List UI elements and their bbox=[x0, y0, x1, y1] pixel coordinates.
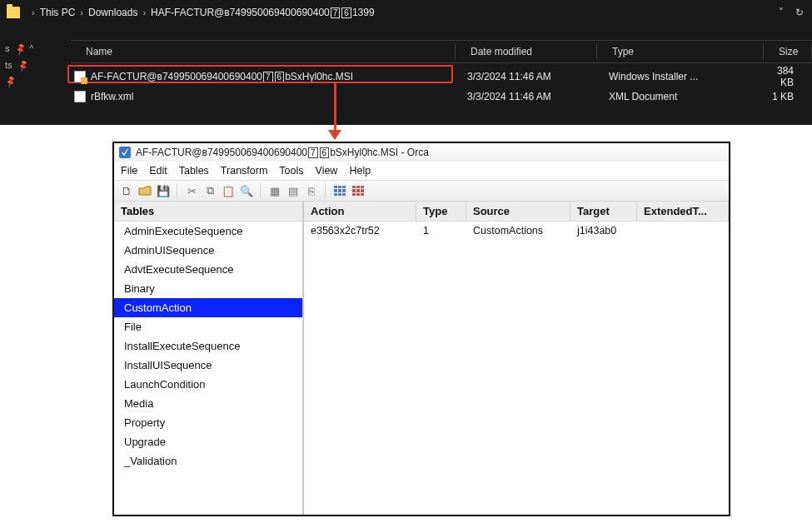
table-item[interactable]: AdminExecuteSequence bbox=[114, 222, 302, 241]
column-date[interactable]: Date modified bbox=[456, 41, 597, 62]
table-item[interactable]: Property bbox=[114, 413, 302, 432]
window-title: AF-FACTUR@в74995006940069040076bSxHyl0hc… bbox=[136, 147, 429, 158]
column-headers: Name Date modified Type Size bbox=[71, 40, 812, 63]
file-row[interactable]: AF-FACTUR@в74995006940069040076bSxHyl0hc… bbox=[71, 67, 804, 87]
new-row-icon[interactable]: ▤ bbox=[286, 183, 301, 198]
tables-pane: Tables AdminExecuteSequenceAdminUISequen… bbox=[114, 202, 304, 515]
grid-pane: Action Type Source Target ExtendedT... e… bbox=[304, 202, 729, 515]
explorer-window: › This PC › Downloads › HAF-FACTUR@в7499… bbox=[0, 0, 812, 125]
cell-source[interactable]: CustomActions bbox=[466, 222, 570, 240]
highlight-box bbox=[67, 65, 453, 83]
toolbar-separator bbox=[177, 183, 178, 198]
column-size[interactable]: Size bbox=[764, 41, 812, 62]
quick-access-item[interactable]: ts📌 bbox=[0, 57, 46, 73]
column-name[interactable]: Name bbox=[71, 41, 456, 62]
boxed-char: 6 bbox=[320, 147, 330, 158]
refresh-icon[interactable]: ↻ bbox=[795, 7, 804, 18]
grid-row[interactable]: e3563x2c7tr521CustomActionsj1i43ab0 bbox=[304, 222, 729, 240]
menu-transform[interactable]: Transform bbox=[221, 165, 268, 177]
file-date: 3/3/2024 11:46 AM bbox=[456, 91, 597, 102]
col-type[interactable]: Type bbox=[416, 202, 466, 221]
menu-help[interactable]: Help bbox=[349, 165, 371, 177]
table-item[interactable]: AdvtExecuteSequence bbox=[114, 260, 302, 279]
col-extended[interactable]: ExtendedT... bbox=[637, 202, 729, 221]
menu-view[interactable]: View bbox=[316, 165, 338, 177]
explorer-nav-pane: s📌^ ts📌 📌 bbox=[0, 40, 46, 89]
tables-list: AdminExecuteSequenceAdminUISequenceAdvtE… bbox=[114, 222, 302, 471]
xml-file-icon bbox=[74, 91, 86, 102]
cell-target[interactable]: j1i43ab0 bbox=[570, 222, 637, 240]
boxed-char: 7 bbox=[308, 147, 318, 158]
menu-tables[interactable]: Tables bbox=[179, 165, 209, 177]
boxed-char: 6 bbox=[341, 7, 351, 18]
breadcrumb-this-pc[interactable]: This PC bbox=[40, 7, 76, 18]
new-table-icon[interactable]: ▦ bbox=[267, 183, 282, 198]
file-row[interactable]: rBfkw.xml 3/3/2024 11:46 AM XML Document… bbox=[71, 87, 804, 107]
breadcrumb-folder[interactable]: HAF-FACTUR@в749950069400690400761399 bbox=[151, 7, 375, 18]
new-file-icon[interactable]: 🗋 bbox=[119, 183, 134, 198]
table-item[interactable]: Upgrade bbox=[114, 432, 302, 451]
menu-tools[interactable]: Tools bbox=[279, 165, 303, 177]
msi-file-icon bbox=[74, 71, 86, 82]
errors-icon[interactable] bbox=[351, 183, 366, 198]
col-action[interactable]: Action bbox=[304, 202, 416, 221]
table-item[interactable]: InstallExecuteSequence bbox=[114, 336, 302, 356]
toolbar-separator bbox=[260, 183, 262, 198]
table-item[interactable]: CustomAction bbox=[114, 298, 302, 317]
save-icon[interactable]: 💾 bbox=[156, 183, 171, 198]
paste-icon[interactable]: 📋 bbox=[221, 183, 236, 198]
file-name: rBfkw.xml bbox=[91, 91, 133, 102]
caret-icon: ^ bbox=[30, 44, 34, 53]
address-bar[interactable]: › This PC › Downloads › HAF-FACTUR@в7499… bbox=[0, 0, 812, 25]
cell-action[interactable]: e3563x2c7tr52 bbox=[304, 222, 416, 240]
table-item[interactable]: LaunchCondition bbox=[114, 375, 302, 394]
column-type[interactable]: Type bbox=[597, 41, 764, 62]
orca-window: AF-FACTUR@в74995006940069040076bSxHyl0hc… bbox=[112, 142, 730, 516]
copy-icon[interactable]: ⧉ bbox=[202, 183, 217, 198]
chevron-right-icon: › bbox=[142, 7, 146, 17]
binoculars-icon[interactable]: 🔍 bbox=[239, 183, 254, 198]
breadcrumb-downloads[interactable]: Downloads bbox=[88, 7, 137, 18]
folder-icon bbox=[7, 7, 20, 18]
file-date: 3/3/2024 11:46 AM bbox=[456, 71, 597, 82]
open-file-icon[interactable] bbox=[137, 183, 152, 198]
file-type: XML Document bbox=[597, 91, 764, 102]
quick-access-item[interactable]: 📌 bbox=[0, 73, 46, 89]
chevron-right-icon: › bbox=[32, 7, 35, 17]
pin-icon: 📌 bbox=[3, 75, 17, 88]
table-item[interactable]: Binary bbox=[114, 279, 302, 298]
boxed-char: 7 bbox=[331, 7, 341, 18]
quick-access-item[interactable]: s📌^ bbox=[0, 40, 46, 57]
menu-bar: File Edit Tables Transform Tools View He… bbox=[114, 162, 729, 180]
table-item[interactable]: InstallUISequence bbox=[114, 356, 302, 375]
cut-icon[interactable]: ✂ bbox=[184, 183, 199, 198]
file-type: Windows Installer ... bbox=[597, 71, 764, 82]
col-target[interactable]: Target bbox=[570, 202, 637, 221]
grid-header-row: Action Type Source Target ExtendedT... bbox=[304, 202, 729, 222]
file-size: 1 KB bbox=[764, 91, 804, 102]
chevron-right-icon: › bbox=[80, 7, 83, 17]
table-item[interactable]: File bbox=[114, 317, 302, 336]
pin-icon: 📌 bbox=[16, 58, 29, 72]
cell-ext[interactable] bbox=[637, 222, 729, 240]
pin-icon: 📌 bbox=[13, 42, 27, 55]
tables-header: Tables bbox=[114, 202, 302, 222]
validate-icon[interactable] bbox=[332, 183, 347, 198]
col-source[interactable]: Source bbox=[466, 202, 570, 221]
cell-type[interactable]: 1 bbox=[416, 222, 466, 240]
chevron-down-icon[interactable]: ˅ bbox=[779, 7, 784, 18]
toolbar-separator bbox=[325, 183, 326, 198]
annotation-arrow bbox=[331, 82, 340, 148]
grid-rows: e3563x2c7tr521CustomActionsj1i43ab0 bbox=[304, 222, 729, 240]
table-item[interactable]: _Validation bbox=[114, 451, 302, 471]
breadcrumb-folder-suffix: 1399 bbox=[352, 7, 375, 18]
menu-file[interactable]: File bbox=[121, 165, 137, 177]
file-size: 384 KB bbox=[764, 65, 804, 88]
menu-edit[interactable]: Edit bbox=[149, 165, 167, 177]
table-item[interactable]: AdminUISequence bbox=[114, 241, 302, 260]
export-icon[interactable]: ⎘ bbox=[304, 183, 319, 198]
toolbar: 🗋 💾 ✂ ⧉ 📋 🔍 ▦ ▤ ⎘ bbox=[114, 180, 729, 202]
title-bar[interactable]: AF-FACTUR@в74995006940069040076bSxHyl0hc… bbox=[114, 143, 729, 162]
breadcrumb-folder-name: HAF-FACTUR@в749950069400690400 bbox=[151, 7, 330, 18]
table-item[interactable]: Media bbox=[114, 394, 302, 413]
